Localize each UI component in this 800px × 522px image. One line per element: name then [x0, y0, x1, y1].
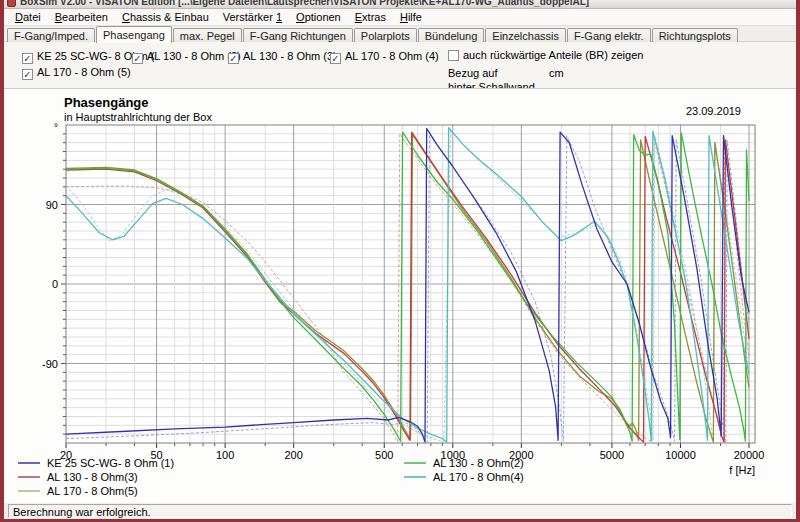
legend-item-left-3: AL 170 - 8 Ohm(5): [18, 484, 174, 498]
status-message: Berechnung war erfolgreich.: [8, 504, 792, 518]
menu-item-verst-rker-1[interactable]: Verstärker 1: [216, 9, 289, 26]
title-bar: BoxSim V2.00 - VISATON Edition [...\Eige…: [4, 0, 796, 9]
chassis-checkbox-4-box[interactable]: ✓: [330, 53, 341, 64]
legend-label: AL 170 - 8 Ohm(4): [433, 471, 524, 483]
tab-phasengang[interactable]: Phasengang: [96, 26, 172, 43]
chassis-checkbox-5-label: AL 170 - 8 Ohm (5): [37, 66, 131, 78]
br-parts-checkbox-box[interactable]: [448, 50, 459, 61]
legend-item-right-1: AL 130 - 8 Ohm(2): [404, 456, 524, 470]
legend-swatch: [18, 462, 40, 464]
y-axis-unit: °: [54, 122, 58, 133]
chassis-checkbox-5-box[interactable]: ✓: [22, 69, 33, 80]
chassis-checkbox-2[interactable]: ✓AL 130 - 8 Ohm (2): [132, 50, 241, 64]
menu-item-hilfe[interactable]: Hilfe: [393, 9, 429, 26]
legend-swatch: [18, 476, 40, 478]
chassis-checkbox-4-label: AL 170 - 8 Ohm (4): [345, 50, 439, 62]
tab-bar: F-Gang/Imped.Phasengangmax. PegelF-Gang …: [4, 26, 796, 42]
menu-item-bearbeiten[interactable]: Bearbeiten: [48, 9, 115, 26]
legend-left-column: KE 25 SC-WG- 8 Ohm (1)AL 130 - 8 Ohm(3)A…: [18, 456, 174, 498]
y-tick-label: 0: [52, 278, 58, 290]
x-tick-label: 500: [375, 449, 393, 461]
legend-swatch: [18, 490, 40, 492]
br-parts-checkbox[interactable]: auch rückwärtige Anteile (BR) zeigen: [448, 49, 643, 63]
chassis-checkbox-3[interactable]: ✓AL 130 - 8 Ohm (3): [228, 50, 337, 64]
x-tick-label: 5000: [600, 449, 624, 461]
chassis-checkbox-3-box[interactable]: ✓: [228, 53, 239, 64]
chassis-checkbox-2-box[interactable]: ✓: [132, 53, 143, 64]
menu-bar: DateiBearbeitenChassis & EinbauVerstärke…: [4, 9, 796, 26]
menu-item-chassis-einbau[interactable]: Chassis & Einbau: [115, 9, 216, 26]
br-parts-checkbox-label: auch rückwärtige Anteile (BR) zeigen: [463, 49, 643, 61]
status-bar: Berechnung war erfolgreich.: [4, 503, 796, 519]
y-tick-label: 90: [46, 199, 58, 211]
legend-item-right-2: AL 170 - 8 Ohm(4): [404, 470, 524, 484]
chassis-checkbox-5[interactable]: ✓AL 170 - 8 Ohm (5): [22, 66, 131, 80]
legend-label: AL 170 - 8 Ohm(5): [47, 485, 138, 497]
x-tick-label: 100: [216, 449, 234, 461]
chassis-checkbox-1-box[interactable]: ✓: [22, 53, 33, 64]
legend-label: KE 25 SC-WG- 8 Ohm (1): [47, 457, 174, 469]
menu-item-extras[interactable]: Extras: [348, 9, 393, 26]
chassis-checkbox-3-label: AL 130 - 8 Ohm (3): [243, 50, 337, 62]
app-window: BoxSim V2.00 - VISATON Edition [...\Eige…: [0, 0, 800, 522]
phase-chart: 20501002005001000200050001000020000900-9…: [4, 89, 800, 504]
app-icon: [7, 0, 16, 7]
legend-label: AL 130 - 8 Ohm(2): [433, 457, 524, 469]
window-title: BoxSim V2.00 - VISATON Edition [...\Eige…: [20, 0, 589, 7]
x-tick-label: 10000: [665, 449, 696, 461]
legend-swatch: [404, 476, 426, 478]
legend-item-left-1: KE 25 SC-WG- 8 Ohm (1): [18, 456, 174, 470]
x-tick-label: 200: [284, 449, 302, 461]
legend-right-column: AL 130 - 8 Ohm(2)AL 170 - 8 Ohm(4): [404, 456, 524, 484]
y-tick-label: -90: [42, 358, 58, 370]
chassis-checkbox-4[interactable]: ✓AL 170 - 8 Ohm (4): [330, 50, 439, 64]
menu-item-optionen[interactable]: Optionen: [289, 9, 348, 26]
bezug-unit: cm: [549, 67, 564, 79]
chassis-checkbox-2-label: AL 130 - 8 Ohm (2): [147, 50, 241, 62]
menu-item-datei[interactable]: Datei: [8, 9, 48, 26]
controls-panel: Bezug auf cm hinter Schallwand Graphenak…: [4, 42, 796, 88]
x-axis-label: f [Hz]: [729, 464, 755, 476]
bezug-label: Bezug auf: [448, 67, 498, 79]
chart-panel: Phasengänge in Hauptstrahlrichtung der B…: [4, 88, 796, 503]
x-tick-label: 20000: [734, 449, 765, 461]
legend-swatch: [404, 462, 426, 464]
legend-item-left-2: AL 130 - 8 Ohm(3): [18, 470, 174, 484]
legend-label: AL 130 - 8 Ohm(3): [47, 471, 138, 483]
